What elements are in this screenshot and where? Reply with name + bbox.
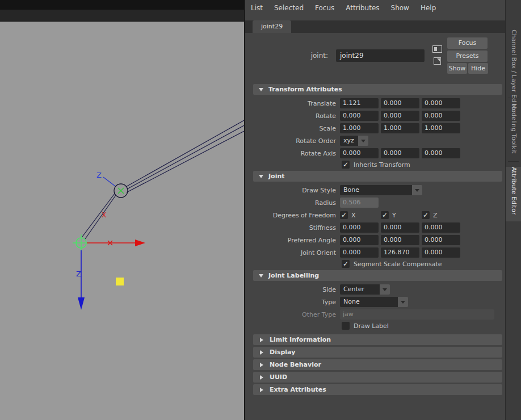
rotate-axis-x-field[interactable]: 0.000 bbox=[340, 148, 379, 158]
node-type-label: joint: bbox=[278, 52, 328, 60]
rotate-z-field[interactable]: 0.000 bbox=[422, 111, 460, 121]
rotate-x-field[interactable]: 0.000 bbox=[340, 111, 379, 121]
viewport-background bbox=[0, 0, 244, 420]
menu-list[interactable]: List bbox=[245, 4, 268, 12]
chevron-down-icon bbox=[415, 189, 419, 192]
rotate-axis-y-field[interactable]: 0.000 bbox=[381, 148, 419, 158]
tab-joint29[interactable]: joint29 bbox=[253, 20, 291, 33]
section-header-joint-labelling[interactable]: Joint Labelling bbox=[253, 270, 502, 281]
rotate-y-field[interactable]: 0.000 bbox=[381, 111, 419, 121]
segment-scale-compensate-row: ✓ Segment Scale Compensate bbox=[253, 259, 502, 269]
translate-row: Translate 1.121 0.000 0.000 bbox=[253, 97, 502, 110]
preferred-angle-z-field[interactable]: 0.000 bbox=[422, 235, 460, 245]
chevron-down-icon bbox=[401, 301, 405, 304]
check-icon: ✓ bbox=[341, 211, 347, 219]
preferred-angle-y-field[interactable]: 0.000 bbox=[381, 235, 419, 245]
triangle-right-icon bbox=[260, 338, 263, 342]
stiffness-y-field[interactable]: 0.000 bbox=[381, 222, 419, 233]
section-header-limit-information[interactable]: Limit Information bbox=[253, 334, 502, 345]
triangle-right-icon bbox=[260, 350, 263, 355]
triangle-down-icon bbox=[259, 88, 263, 91]
menu-help[interactable]: Help bbox=[415, 4, 442, 12]
segment-scale-compensate-checkbox[interactable]: ✓ bbox=[342, 260, 350, 268]
scale-y-field[interactable]: 1.000 bbox=[381, 123, 419, 133]
scale-z-field[interactable]: 1.000 bbox=[422, 123, 460, 133]
joint-orient-x-field[interactable]: 0.000 bbox=[340, 247, 379, 258]
draw-style-dropdown[interactable]: Bone bbox=[340, 185, 422, 195]
yellow-handle-square[interactable] bbox=[116, 278, 124, 285]
section-header-uuid[interactable]: UUID bbox=[253, 372, 502, 383]
section-header-extra-attributes[interactable]: Extra Attributes bbox=[253, 384, 502, 395]
triangle-right-icon bbox=[260, 375, 263, 380]
radius-row: Radius 0.506 bbox=[253, 196, 502, 209]
check-icon: ✓ bbox=[343, 260, 348, 268]
node-name-input[interactable]: joint29 bbox=[336, 49, 425, 62]
sidebar-tab-modeling-toolkit[interactable]: Modeling Toolkit bbox=[506, 103, 521, 156]
show-button[interactable]: Show bbox=[447, 63, 467, 74]
dof-z-checkbox[interactable]: ✓ bbox=[422, 211, 430, 219]
draw-style-row: Draw Style Bone bbox=[253, 184, 502, 196]
scale-row: Scale 1.000 1.000 1.000 bbox=[253, 122, 502, 135]
inherits-transform-checkbox[interactable]: ✓ bbox=[342, 161, 350, 169]
dof-x-checkbox[interactable]: ✓ bbox=[340, 211, 348, 219]
viewport-canvas[interactable]: Z X bbox=[0, 0, 244, 420]
presets-button[interactable]: Presets bbox=[447, 51, 488, 62]
attribute-editor-panel: List Selected Focus Attributes Show Help… bbox=[244, 0, 505, 420]
chevron-down-icon bbox=[383, 288, 387, 291]
menu-attributes[interactable]: Attributes bbox=[340, 4, 385, 12]
section-header-node-behavior[interactable]: Node Behavior bbox=[253, 359, 502, 370]
translate-z-field[interactable]: 0.000 bbox=[422, 98, 460, 108]
sidebar-tab-channel-box[interactable]: Channel Box / Layer Editor bbox=[506, 30, 521, 92]
inherits-transform-row: ✓ Inherits Transform bbox=[253, 159, 502, 170]
check-icon: ✓ bbox=[382, 211, 388, 219]
joint-orient-y-field[interactable]: 126.870 bbox=[381, 247, 419, 258]
other-type-field: jaw bbox=[340, 309, 494, 320]
menu-selected[interactable]: Selected bbox=[268, 4, 309, 12]
draw-label-checkbox[interactable] bbox=[342, 322, 350, 330]
stiffness-row: Stiffness 0.000 0.000 0.000 bbox=[253, 221, 502, 234]
chevron-down-icon bbox=[361, 140, 365, 142]
rotate-axis-row: Rotate Axis 0.000 0.000 0.000 bbox=[253, 147, 502, 159]
radius-field: 0.506 bbox=[340, 198, 379, 208]
attribute-editor-menubar: List Selected Focus Attributes Show Help bbox=[245, 0, 505, 15]
stiffness-x-field[interactable]: 0.000 bbox=[340, 222, 379, 233]
preferred-angle-x-field[interactable]: 0.000 bbox=[340, 235, 379, 245]
section-header-display[interactable]: Display bbox=[253, 347, 502, 358]
menu-focus[interactable]: Focus bbox=[309, 4, 340, 12]
joint-orient-z-field[interactable]: 0.000 bbox=[422, 247, 460, 258]
joint-orient-row: Joint Orient 0.000 126.870 0.000 bbox=[253, 246, 502, 259]
preferred-angle-row: Preferred Angle 0.000 0.000 0.000 bbox=[253, 234, 502, 246]
viewport-panel[interactable]: Z X bbox=[0, 0, 244, 420]
viewport-titlebar bbox=[0, 0, 244, 10]
check-icon: ✓ bbox=[343, 161, 348, 169]
translate-x-field[interactable]: 1.121 bbox=[340, 98, 379, 108]
triangle-down-icon bbox=[259, 175, 263, 178]
panel-tab-strip: Channel Box / Layer Editor Modeling Tool… bbox=[505, 0, 521, 420]
copy-tab-icon[interactable] bbox=[432, 45, 442, 53]
rotate-order-dropdown[interactable]: xyz bbox=[340, 136, 368, 146]
hide-button[interactable]: Hide bbox=[468, 63, 488, 74]
rotate-axis-z-field[interactable]: 0.000 bbox=[422, 148, 460, 158]
triangle-right-icon bbox=[260, 388, 263, 392]
type-dropdown[interactable]: None bbox=[340, 297, 408, 307]
translate-y-field[interactable]: 0.000 bbox=[381, 98, 419, 108]
draw-label-row: Draw Label bbox=[253, 321, 502, 331]
scale-x-field[interactable]: 1.000 bbox=[340, 123, 379, 133]
tearoff-copy-icon[interactable] bbox=[434, 57, 441, 65]
stiffness-z-field[interactable]: 0.000 bbox=[422, 222, 460, 233]
sidebar-tab-attribute-editor[interactable]: Attribute Editor bbox=[506, 167, 521, 221]
dof-y-checkbox[interactable]: ✓ bbox=[381, 211, 389, 219]
bone-x-axis-label: X bbox=[102, 211, 106, 219]
viewport-menubar[interactable] bbox=[0, 10, 244, 22]
degrees-of-freedom-row: Degrees of Freedom ✓ X ✓ Y ✓ bbox=[253, 209, 502, 221]
other-type-row: Other Type jaw bbox=[253, 308, 502, 321]
triangle-right-icon bbox=[260, 363, 263, 367]
section-header-joint[interactable]: Joint bbox=[253, 171, 502, 182]
menu-show[interactable]: Show bbox=[385, 4, 415, 12]
section-header-transform-attributes[interactable]: Transform Attributes bbox=[253, 84, 502, 95]
side-dropdown[interactable]: Center bbox=[340, 284, 390, 295]
focus-button[interactable]: Focus bbox=[447, 37, 488, 49]
node-tab-bar: joint29 bbox=[245, 20, 505, 33]
side-row: Side Center bbox=[253, 283, 502, 296]
rotate-row: Rotate 0.000 0.000 0.000 bbox=[253, 110, 502, 122]
